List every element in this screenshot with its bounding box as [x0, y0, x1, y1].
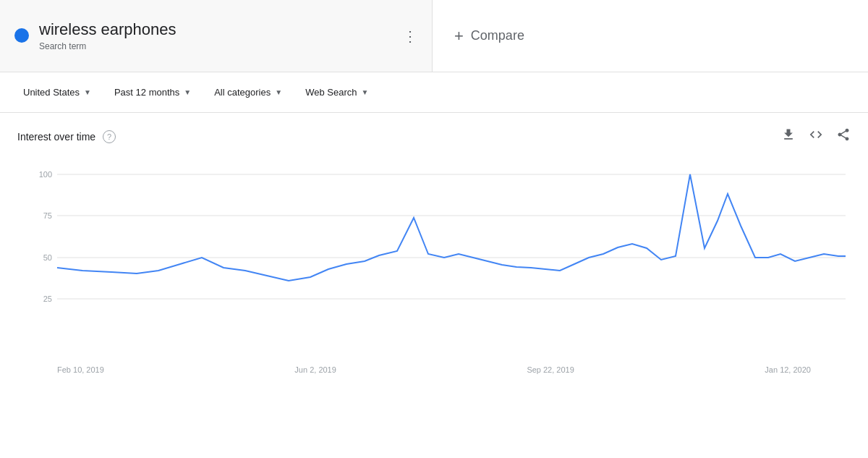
svg-text:25: 25	[43, 294, 52, 303]
chart-header: Interest over time ?	[17, 127, 851, 145]
header: wireless earphones Search term ⋮ + Compa…	[0, 0, 868, 72]
filter-type-label: Web Search	[305, 87, 357, 98]
filter-type-chevron: ▼	[361, 88, 368, 96]
filter-category-label: All categories	[214, 87, 271, 98]
x-label-0: Feb 10, 2019	[57, 365, 104, 374]
x-label-2: Sep 22, 2019	[527, 365, 574, 374]
filter-period-chevron: ▼	[184, 88, 191, 96]
filter-category-chevron: ▼	[275, 88, 282, 96]
filter-region[interactable]: United States ▼	[14, 82, 100, 102]
x-label-1: Jun 2, 2019	[294, 365, 336, 374]
more-options-icon[interactable]: ⋮	[403, 29, 417, 43]
embed-icon[interactable]	[809, 127, 823, 145]
search-term-subtitle: Search term	[39, 41, 176, 51]
svg-text:50: 50	[43, 253, 52, 262]
filter-category[interactable]: All categories ▼	[205, 82, 291, 102]
share-icon[interactable]	[836, 127, 851, 145]
chart-actions	[781, 127, 851, 145]
compare-box[interactable]: + Compare	[433, 0, 868, 72]
filter-region-label: United States	[23, 87, 80, 98]
svg-text:75: 75	[43, 211, 52, 220]
x-label-3: Jan 12, 2020	[765, 365, 811, 374]
help-icon[interactable]: ?	[103, 130, 116, 143]
trend-line	[57, 174, 846, 281]
filter-period[interactable]: Past 12 months ▼	[106, 82, 200, 102]
filters-bar: United States ▼ Past 12 months ▼ All cat…	[0, 72, 868, 113]
line-chart: 100 75 50 25	[17, 160, 851, 362]
search-term-box: wireless earphones Search term ⋮	[0, 0, 433, 72]
svg-text:100: 100	[39, 170, 52, 179]
chart-title-row: Interest over time ?	[17, 130, 116, 143]
search-term-dot	[14, 28, 29, 43]
search-term-title: wireless earphones	[39, 20, 176, 39]
chart-section: Interest over time ? 10	[0, 113, 868, 381]
compare-label: Compare	[471, 28, 524, 43]
filter-type[interactable]: Web Search ▼	[297, 82, 377, 102]
filter-period-label: Past 12 months	[114, 87, 179, 98]
chart-title: Interest over time	[17, 131, 95, 143]
filter-region-chevron: ▼	[84, 88, 91, 96]
add-compare-icon: +	[454, 27, 464, 46]
x-axis-labels: Feb 10, 2019 Jun 2, 2019 Sep 22, 2019 Ja…	[17, 362, 851, 374]
download-icon[interactable]	[781, 127, 796, 145]
search-term-left: wireless earphones Search term	[14, 20, 176, 51]
chart-container: 100 75 50 25 Feb 10, 2019 Jun 2, 2019 Se…	[17, 160, 851, 374]
search-term-text: wireless earphones Search term	[39, 20, 176, 51]
